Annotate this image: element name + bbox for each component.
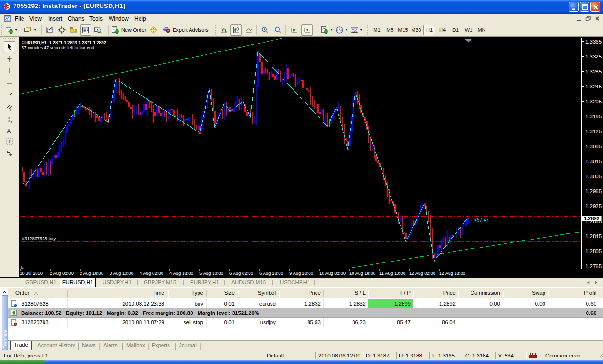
svg-text:1.2765: 1.2765 (585, 263, 602, 269)
svg-text:1.3045: 1.3045 (585, 159, 602, 164)
svg-text:F: F (11, 120, 13, 124)
svg-text:10 Aug 18:00: 10 Aug 18:00 (349, 270, 375, 276)
svg-text:1.3085: 1.3085 (585, 144, 602, 149)
svg-text:57 minutes 47 seconds left to: 57 minutes 47 seconds left to bar end (22, 45, 94, 50)
svg-text:9 Aug 10:00: 9 Aug 10:00 (289, 270, 313, 276)
svg-text:12 Aug 18:00: 12 Aug 18:00 (439, 270, 465, 276)
svg-text:E: E (10, 109, 13, 112)
svg-text:1.3205: 1.3205 (585, 99, 602, 104)
svg-text:1.3245: 1.3245 (585, 84, 602, 89)
svg-text:1.3285: 1.3285 (585, 69, 602, 74)
svg-text:4 Aug 18:00: 4 Aug 18:00 (169, 270, 193, 276)
svg-text:1.2892: 1.2892 (584, 216, 600, 221)
svg-text:T: T (8, 139, 11, 144)
svg-text:12 Aug 02:00: 12 Aug 02:00 (409, 270, 435, 276)
svg-text:1.3165: 1.3165 (585, 114, 602, 119)
svg-text:2 Aug 02:00: 2 Aug 02:00 (50, 270, 74, 276)
svg-text:1.2965: 1.2965 (585, 189, 602, 194)
svg-text:6 Aug 02:00: 6 Aug 02:00 (229, 270, 253, 276)
svg-text:1.3325: 1.3325 (585, 54, 602, 59)
svg-text:10 Aug 02:00: 10 Aug 02:00 (319, 270, 346, 276)
svg-text:<57:47: <57:47 (474, 218, 489, 223)
svg-text:#312807628 buy: #312807628 buy (22, 236, 56, 241)
svg-text:1.2925: 1.2925 (585, 204, 602, 209)
svg-text:1.3005: 1.3005 (585, 174, 602, 179)
svg-text:2 Aug 18:00: 2 Aug 18:00 (80, 270, 103, 276)
svg-text:6 Aug 18:00: 6 Aug 18:00 (259, 270, 283, 276)
svg-text:A: A (7, 128, 11, 135)
svg-text:1.2805: 1.2805 (585, 248, 602, 254)
svg-text:3 Aug 10:00: 3 Aug 10:00 (110, 270, 133, 276)
svg-text:1.3125: 1.3125 (585, 129, 602, 134)
svg-text:4 Aug 02:00: 4 Aug 02:00 (140, 270, 163, 276)
svg-text:1.3365: 1.3365 (585, 39, 602, 44)
svg-text:1.2845: 1.2845 (585, 233, 602, 239)
svg-text:11 Aug 10:00: 11 Aug 10:00 (379, 270, 405, 276)
svg-text:30 Jul 2010: 30 Jul 2010 (20, 270, 43, 276)
svg-text:5 Aug 10:00: 5 Aug 10:00 (199, 270, 223, 276)
